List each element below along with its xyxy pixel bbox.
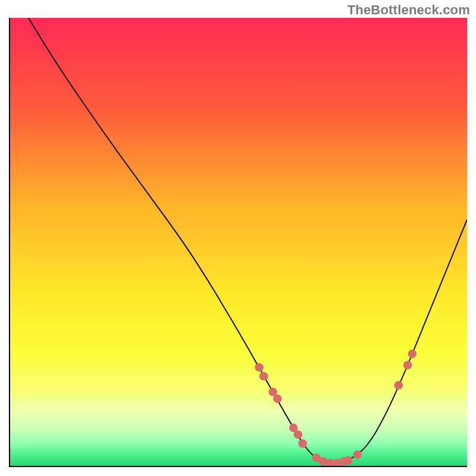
svg-rect-0 (10, 18, 467, 466)
attribution-label: TheBottleneck.com (347, 2, 470, 18)
background-gradient (10, 18, 467, 466)
bottleneck-chart: TheBottleneck.com (0, 0, 476, 476)
plot-area (9, 18, 467, 467)
